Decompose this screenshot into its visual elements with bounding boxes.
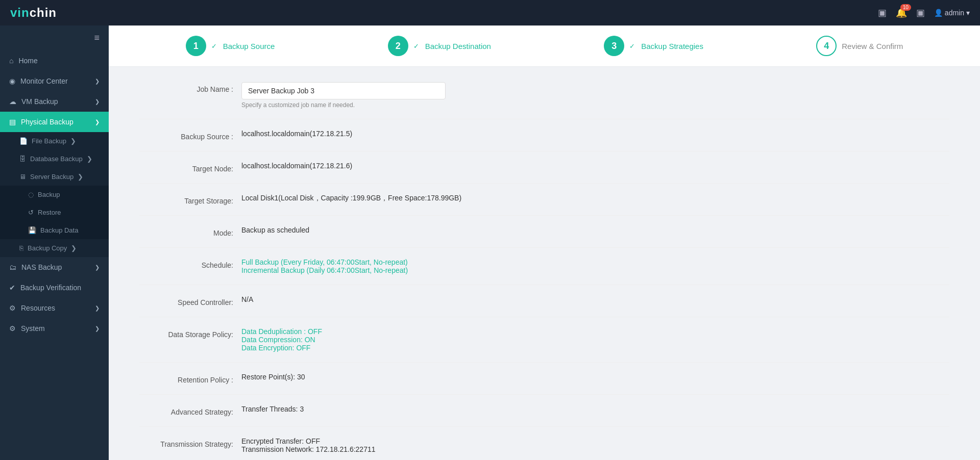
sidebar-item-file-backup[interactable]: 📄 File Backup ❯ xyxy=(0,132,109,150)
step-check-3: ✓ xyxy=(629,42,635,50)
speed-controller-label: Speed Controller: xyxy=(139,295,241,306)
form-row-retention-policy: Retention Policy : Restore Point(s): 30 xyxy=(139,373,949,395)
data-storage-line3: Data Encryption: OFF xyxy=(241,344,949,352)
sidebar-label-backup-copy: Backup Copy xyxy=(28,244,67,252)
step-check-2: ✓ xyxy=(413,42,419,50)
backup-source-value: localhost.localdomain(172.18.21.5) xyxy=(241,130,949,138)
job-name-hint: Specify a customized job name if needed. xyxy=(241,101,949,109)
step-num-3: 3 xyxy=(611,41,617,52)
form-row-target-node: Target Node: localhost.localdomain(172.1… xyxy=(139,162,949,184)
target-storage-label: Target Storage: xyxy=(139,194,241,205)
user-icon: 👤 xyxy=(934,9,943,17)
form-row-schedule: Schedule: Full Backup (Every Friday, 06:… xyxy=(139,258,949,285)
target-storage-value: Local Disk1(Local Disk，Capacity :199.9GB… xyxy=(241,194,949,203)
chevron-right-icon-db: ❯ xyxy=(87,155,92,163)
sidebar-label-server-backup: Server Backup xyxy=(30,173,74,181)
backup-verification-icon: ✔ xyxy=(9,284,15,292)
sidebar-label-monitor: Monitor Center xyxy=(20,77,68,85)
sidebar-label-resources: Resources xyxy=(21,304,55,312)
backup-sub-icon: ◌ xyxy=(28,191,34,198)
wizard-step-4: 4 Review & Confirm xyxy=(816,36,903,56)
schedule-line2: Incremental Backup (Daily 06:47:00Start,… xyxy=(241,266,949,274)
sidebar-label-physical-backup: Physical Backup xyxy=(21,118,74,126)
chevron-right-icon-sys: ❯ xyxy=(95,325,100,332)
step-num-2: 2 xyxy=(396,41,401,52)
user-menu[interactable]: 👤 admin ▾ xyxy=(934,9,970,17)
form-row-transmission-strategy: Transmission Strategy: Encrypted Transfe… xyxy=(139,437,949,460)
sidebar-label-vm-backup: VM Backup xyxy=(21,97,58,106)
sidebar-item-backup-copy[interactable]: ⎘ Backup Copy ❯ xyxy=(0,239,109,257)
chevron-right-icon-nas: ❯ xyxy=(95,264,100,271)
form-row-speed-controller: Speed Controller: N/A xyxy=(139,295,949,317)
step-label-1: Backup Source xyxy=(223,42,275,50)
sidebar-item-backup-data[interactable]: 💾 Backup Data xyxy=(0,221,109,239)
form-row-data-storage-policy: Data Storage Policy: Data Deduplication … xyxy=(139,327,949,363)
advanced-strategy-label: Advanced Strategy: xyxy=(139,405,241,416)
backup-data-icon: 💾 xyxy=(28,226,36,234)
monitor-icon[interactable]: ▣ xyxy=(916,7,925,18)
wizard-step-1: 1 ✓ Backup Source xyxy=(186,36,275,56)
wizard-step-2: 2 ✓ Backup Destination xyxy=(388,36,491,56)
home-icon: ⌂ xyxy=(9,57,13,65)
monitor-center-icon: ◉ xyxy=(9,77,15,85)
step-check-1: ✓ xyxy=(211,42,217,50)
chevron-down-icon-physical: ❯ xyxy=(95,119,100,125)
sidebar-item-monitor[interactable]: ◉ Monitor Center ❯ xyxy=(0,71,109,91)
chevron-right-icon-copy: ❯ xyxy=(71,244,77,252)
server-backup-icon: 🖥 xyxy=(19,173,26,181)
data-storage-line1: Data Deduplication : OFF xyxy=(241,327,949,336)
physical-backup-submenu: 📄 File Backup ❯ 🗄 Database Backup ❯ 🖥 Se… xyxy=(0,132,109,257)
sidebar-item-nas-backup[interactable]: 🗂 NAS Backup ❯ xyxy=(0,257,109,277)
sidebar-label-system: System xyxy=(21,324,45,333)
job-name-input[interactable] xyxy=(241,82,446,99)
wizard-header: 1 ✓ Backup Source 2 ✓ Backup Destination… xyxy=(109,25,980,67)
sidebar-item-physical-backup[interactable]: ▤ Physical Backup ❯ xyxy=(0,112,109,132)
chevron-right-icon-file: ❯ xyxy=(70,137,76,145)
retention-policy-value: Restore Point(s): 30 xyxy=(241,373,949,381)
sidebar-item-backup[interactable]: ◌ Backup xyxy=(0,186,109,203)
app-logo: vinchin xyxy=(10,6,57,20)
user-label: admin xyxy=(945,9,964,17)
restore-icon: ↺ xyxy=(28,209,34,216)
messages-icon[interactable]: ▣ xyxy=(878,7,887,18)
sidebar-item-home[interactable]: ⌂ Home xyxy=(0,50,109,71)
schedule-label: Schedule: xyxy=(139,258,241,269)
sidebar-item-vm-backup[interactable]: ☁ VM Backup ❯ xyxy=(0,91,109,112)
chevron-right-icon-vm: ❯ xyxy=(95,98,100,105)
sidebar-item-restore[interactable]: ↺ Restore xyxy=(0,203,109,221)
notification-badge: 10 xyxy=(900,4,911,11)
sidebar-label-file-backup: File Backup xyxy=(32,137,66,145)
step-label-2: Backup Destination xyxy=(425,42,491,50)
logo-prefix: vin xyxy=(10,6,30,19)
data-storage-line2: Data Compression: ON xyxy=(241,336,949,344)
wizard-step-3: 3 ✓ Backup Strategies xyxy=(604,36,703,56)
sidebar-label-backup-data: Backup Data xyxy=(40,226,78,234)
step-circle-3: 3 xyxy=(604,36,624,56)
notifications-icon[interactable]: 🔔 10 xyxy=(896,7,907,18)
sidebar-item-resources[interactable]: ⚙ Resources ❯ xyxy=(0,298,109,318)
physical-backup-icon: ▤ xyxy=(9,118,16,126)
speed-controller-value: N/A xyxy=(241,295,949,303)
sidebar: ≡ ⌂ Home ◉ Monitor Center ❯ ☁ VM Backup … xyxy=(0,25,109,460)
data-storage-policy-label: Data Storage Policy: xyxy=(139,327,241,339)
schedule-value: Full Backup (Every Friday, 06:47:00Start… xyxy=(241,258,949,274)
step-label-4: Review & Confirm xyxy=(842,42,903,50)
backup-source-label: Backup Source : xyxy=(139,130,241,141)
sidebar-item-server-backup[interactable]: 🖥 Server Backup ❯ xyxy=(0,168,109,186)
sidebar-item-system[interactable]: ⚙ System ❯ xyxy=(0,318,109,339)
step-num-1: 1 xyxy=(193,41,199,52)
top-bar: vinchin ▣ 🔔 10 ▣ 👤 admin ▾ xyxy=(0,0,980,25)
job-name-label: Job Name : xyxy=(139,82,241,93)
resources-icon: ⚙ xyxy=(9,304,16,312)
sidebar-label-backup-verification: Backup Verification xyxy=(20,284,81,292)
step-num-4: 4 xyxy=(824,41,829,52)
sidebar-item-database-backup[interactable]: 🗄 Database Backup ❯ xyxy=(0,150,109,168)
data-storage-policy-value: Data Deduplication : OFF Data Compressio… xyxy=(241,327,949,352)
chevron-right-icon: ❯ xyxy=(95,78,100,85)
vm-backup-icon: ☁ xyxy=(9,97,16,106)
form-row-job-name: Job Name : Specify a customized job name… xyxy=(139,82,949,119)
sidebar-item-backup-verification[interactable]: ✔ Backup Verification xyxy=(0,277,109,298)
transmission-strategy-label: Transmission Strategy: xyxy=(139,437,241,448)
hamburger-icon[interactable]: ≡ xyxy=(0,25,109,50)
job-name-value: Specify a customized job name if needed. xyxy=(241,82,949,109)
